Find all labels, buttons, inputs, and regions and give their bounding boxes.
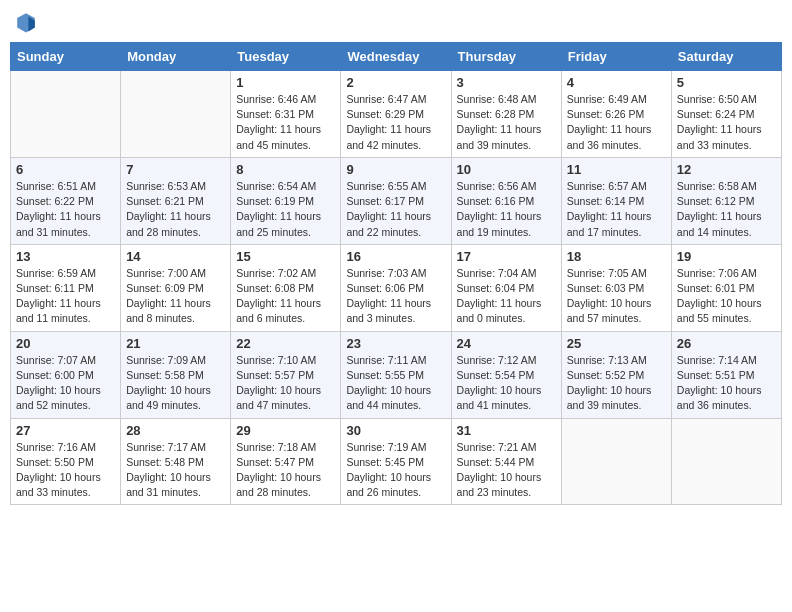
calendar-cell: 29Sunrise: 7:18 AM Sunset: 5:47 PM Dayli… [231, 418, 341, 505]
logo-icon [14, 10, 38, 34]
week-row-3: 13Sunrise: 6:59 AM Sunset: 6:11 PM Dayli… [11, 244, 782, 331]
day-info: Sunrise: 7:00 AM Sunset: 6:09 PM Dayligh… [126, 266, 225, 327]
day-info: Sunrise: 6:58 AM Sunset: 6:12 PM Dayligh… [677, 179, 776, 240]
day-number: 5 [677, 75, 776, 90]
day-info: Sunrise: 6:59 AM Sunset: 6:11 PM Dayligh… [16, 266, 115, 327]
day-number: 27 [16, 423, 115, 438]
day-number: 28 [126, 423, 225, 438]
day-info: Sunrise: 7:10 AM Sunset: 5:57 PM Dayligh… [236, 353, 335, 414]
day-number: 31 [457, 423, 556, 438]
header-row: SundayMondayTuesdayWednesdayThursdayFrid… [11, 43, 782, 71]
calendar-cell: 22Sunrise: 7:10 AM Sunset: 5:57 PM Dayli… [231, 331, 341, 418]
day-number: 19 [677, 249, 776, 264]
calendar-cell: 11Sunrise: 6:57 AM Sunset: 6:14 PM Dayli… [561, 157, 671, 244]
day-info: Sunrise: 7:04 AM Sunset: 6:04 PM Dayligh… [457, 266, 556, 327]
day-info: Sunrise: 7:17 AM Sunset: 5:48 PM Dayligh… [126, 440, 225, 501]
day-number: 15 [236, 249, 335, 264]
calendar-cell: 4Sunrise: 6:49 AM Sunset: 6:26 PM Daylig… [561, 71, 671, 158]
calendar-cell: 1Sunrise: 6:46 AM Sunset: 6:31 PM Daylig… [231, 71, 341, 158]
day-info: Sunrise: 6:48 AM Sunset: 6:28 PM Dayligh… [457, 92, 556, 153]
calendar-cell: 18Sunrise: 7:05 AM Sunset: 6:03 PM Dayli… [561, 244, 671, 331]
calendar-cell: 25Sunrise: 7:13 AM Sunset: 5:52 PM Dayli… [561, 331, 671, 418]
calendar-cell: 14Sunrise: 7:00 AM Sunset: 6:09 PM Dayli… [121, 244, 231, 331]
day-number: 30 [346, 423, 445, 438]
calendar-cell: 5Sunrise: 6:50 AM Sunset: 6:24 PM Daylig… [671, 71, 781, 158]
column-header-sunday: Sunday [11, 43, 121, 71]
day-info: Sunrise: 6:51 AM Sunset: 6:22 PM Dayligh… [16, 179, 115, 240]
day-number: 2 [346, 75, 445, 90]
column-header-saturday: Saturday [671, 43, 781, 71]
day-number: 1 [236, 75, 335, 90]
calendar-cell: 24Sunrise: 7:12 AM Sunset: 5:54 PM Dayli… [451, 331, 561, 418]
calendar-cell [671, 418, 781, 505]
calendar-cell: 20Sunrise: 7:07 AM Sunset: 6:00 PM Dayli… [11, 331, 121, 418]
calendar-cell: 12Sunrise: 6:58 AM Sunset: 6:12 PM Dayli… [671, 157, 781, 244]
calendar-cell: 8Sunrise: 6:54 AM Sunset: 6:19 PM Daylig… [231, 157, 341, 244]
day-number: 22 [236, 336, 335, 351]
column-header-thursday: Thursday [451, 43, 561, 71]
day-number: 16 [346, 249, 445, 264]
day-info: Sunrise: 7:07 AM Sunset: 6:00 PM Dayligh… [16, 353, 115, 414]
day-number: 23 [346, 336, 445, 351]
week-row-2: 6Sunrise: 6:51 AM Sunset: 6:22 PM Daylig… [11, 157, 782, 244]
calendar-cell: 10Sunrise: 6:56 AM Sunset: 6:16 PM Dayli… [451, 157, 561, 244]
calendar-cell: 17Sunrise: 7:04 AM Sunset: 6:04 PM Dayli… [451, 244, 561, 331]
day-number: 21 [126, 336, 225, 351]
day-info: Sunrise: 7:06 AM Sunset: 6:01 PM Dayligh… [677, 266, 776, 327]
calendar-cell: 19Sunrise: 7:06 AM Sunset: 6:01 PM Dayli… [671, 244, 781, 331]
calendar-cell [561, 418, 671, 505]
day-number: 10 [457, 162, 556, 177]
day-number: 4 [567, 75, 666, 90]
day-info: Sunrise: 7:13 AM Sunset: 5:52 PM Dayligh… [567, 353, 666, 414]
day-number: 26 [677, 336, 776, 351]
day-number: 6 [16, 162, 115, 177]
day-info: Sunrise: 7:12 AM Sunset: 5:54 PM Dayligh… [457, 353, 556, 414]
logo [14, 10, 42, 34]
day-info: Sunrise: 7:03 AM Sunset: 6:06 PM Dayligh… [346, 266, 445, 327]
calendar-cell: 21Sunrise: 7:09 AM Sunset: 5:58 PM Dayli… [121, 331, 231, 418]
day-number: 9 [346, 162, 445, 177]
calendar-cell: 9Sunrise: 6:55 AM Sunset: 6:17 PM Daylig… [341, 157, 451, 244]
day-info: Sunrise: 7:18 AM Sunset: 5:47 PM Dayligh… [236, 440, 335, 501]
calendar-cell: 16Sunrise: 7:03 AM Sunset: 6:06 PM Dayli… [341, 244, 451, 331]
day-number: 12 [677, 162, 776, 177]
day-info: Sunrise: 7:11 AM Sunset: 5:55 PM Dayligh… [346, 353, 445, 414]
week-row-5: 27Sunrise: 7:16 AM Sunset: 5:50 PM Dayli… [11, 418, 782, 505]
day-info: Sunrise: 6:47 AM Sunset: 6:29 PM Dayligh… [346, 92, 445, 153]
column-header-monday: Monday [121, 43, 231, 71]
day-number: 25 [567, 336, 666, 351]
day-number: 14 [126, 249, 225, 264]
day-info: Sunrise: 6:56 AM Sunset: 6:16 PM Dayligh… [457, 179, 556, 240]
calendar-cell: 3Sunrise: 6:48 AM Sunset: 6:28 PM Daylig… [451, 71, 561, 158]
day-number: 20 [16, 336, 115, 351]
day-info: Sunrise: 7:05 AM Sunset: 6:03 PM Dayligh… [567, 266, 666, 327]
day-info: Sunrise: 7:09 AM Sunset: 5:58 PM Dayligh… [126, 353, 225, 414]
day-number: 8 [236, 162, 335, 177]
day-info: Sunrise: 6:50 AM Sunset: 6:24 PM Dayligh… [677, 92, 776, 153]
day-number: 3 [457, 75, 556, 90]
day-number: 17 [457, 249, 556, 264]
calendar-cell: 31Sunrise: 7:21 AM Sunset: 5:44 PM Dayli… [451, 418, 561, 505]
calendar-cell: 26Sunrise: 7:14 AM Sunset: 5:51 PM Dayli… [671, 331, 781, 418]
day-number: 18 [567, 249, 666, 264]
week-row-4: 20Sunrise: 7:07 AM Sunset: 6:00 PM Dayli… [11, 331, 782, 418]
calendar-cell: 28Sunrise: 7:17 AM Sunset: 5:48 PM Dayli… [121, 418, 231, 505]
calendar-cell: 27Sunrise: 7:16 AM Sunset: 5:50 PM Dayli… [11, 418, 121, 505]
day-number: 24 [457, 336, 556, 351]
calendar-cell: 30Sunrise: 7:19 AM Sunset: 5:45 PM Dayli… [341, 418, 451, 505]
column-header-friday: Friday [561, 43, 671, 71]
day-info: Sunrise: 7:14 AM Sunset: 5:51 PM Dayligh… [677, 353, 776, 414]
calendar-cell: 2Sunrise: 6:47 AM Sunset: 6:29 PM Daylig… [341, 71, 451, 158]
day-info: Sunrise: 6:49 AM Sunset: 6:26 PM Dayligh… [567, 92, 666, 153]
day-info: Sunrise: 7:21 AM Sunset: 5:44 PM Dayligh… [457, 440, 556, 501]
day-info: Sunrise: 6:55 AM Sunset: 6:17 PM Dayligh… [346, 179, 445, 240]
column-header-tuesday: Tuesday [231, 43, 341, 71]
calendar-table: SundayMondayTuesdayWednesdayThursdayFrid… [10, 42, 782, 505]
calendar-cell: 6Sunrise: 6:51 AM Sunset: 6:22 PM Daylig… [11, 157, 121, 244]
day-number: 29 [236, 423, 335, 438]
day-number: 13 [16, 249, 115, 264]
column-header-wednesday: Wednesday [341, 43, 451, 71]
day-info: Sunrise: 7:02 AM Sunset: 6:08 PM Dayligh… [236, 266, 335, 327]
calendar-cell: 15Sunrise: 7:02 AM Sunset: 6:08 PM Dayli… [231, 244, 341, 331]
day-info: Sunrise: 6:53 AM Sunset: 6:21 PM Dayligh… [126, 179, 225, 240]
